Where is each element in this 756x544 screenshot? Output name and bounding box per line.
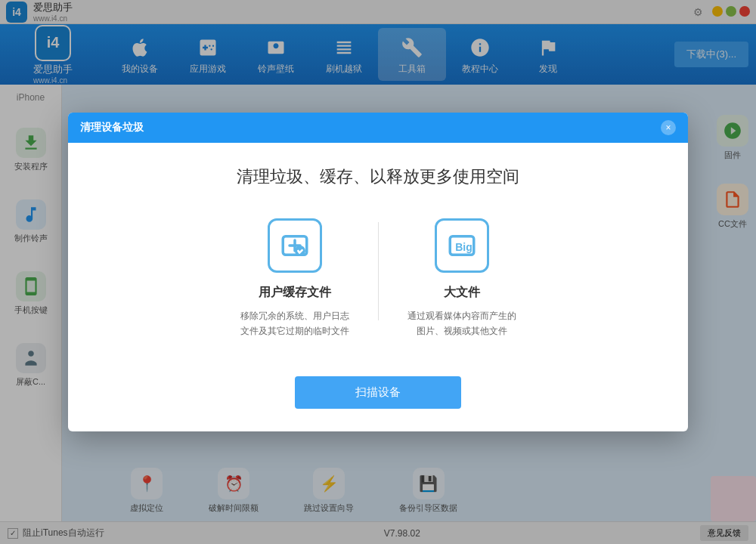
modal-dialog: 清理设备垃圾 × 清理垃圾、缓存、以释放更多使用空间 用户缓 <box>68 113 688 432</box>
modal-close-button[interactable]: × <box>661 120 676 135</box>
scan-button[interactable]: 扫描设备 <box>295 376 461 409</box>
modal-overlay[interactable]: 清理设备垃圾 × 清理垃圾、缓存、以释放更多使用空间 用户缓 <box>0 0 756 544</box>
modal-title: 清理设备垃圾 <box>80 121 144 134</box>
modal-header: 清理设备垃圾 × <box>68 113 688 143</box>
bigfile-icon: Big <box>435 218 489 273</box>
cache-title: 用户缓存文件 <box>259 285 331 301</box>
bigfile-title: 大文件 <box>444 285 480 301</box>
cache-icon <box>268 218 322 273</box>
svg-text:Big: Big <box>455 241 472 253</box>
cache-desc: 移除冗余的系统、用户日志文件及其它过期的临时文件 <box>240 308 349 339</box>
bigfile-option[interactable]: Big 大文件 通过观看媒体内容而产生的图片、视频或其他文件 <box>379 218 545 339</box>
cache-option[interactable]: 用户缓存文件 移除冗余的系统、用户日志文件及其它过期的临时文件 <box>212 218 378 339</box>
bigfile-desc: 通过观看媒体内容而产生的图片、视频或其他文件 <box>407 308 516 339</box>
modal-options: 用户缓存文件 移除冗余的系统、用户日志文件及其它过期的临时文件 Big <box>98 218 658 339</box>
modal-headline: 清理垃圾、缓存、以释放更多使用空间 <box>237 165 519 188</box>
modal-body: 清理垃圾、缓存、以释放更多使用空间 用户缓存文件 移除冗余的系统、用 <box>68 143 688 432</box>
